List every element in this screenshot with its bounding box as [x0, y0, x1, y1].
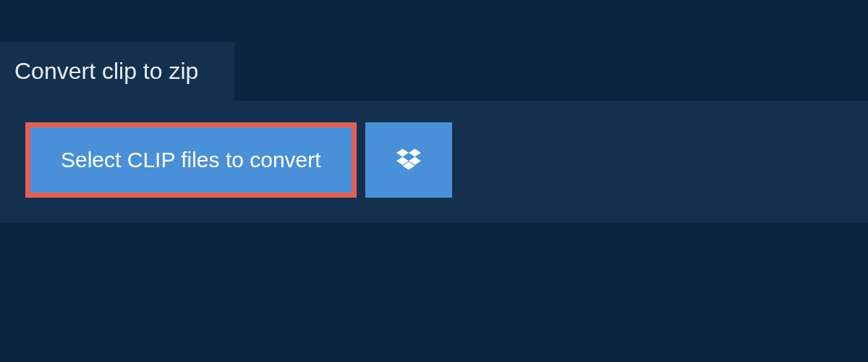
dropbox-button[interactable]	[365, 122, 452, 198]
tab-title: Convert clip to zip	[14, 58, 198, 84]
tab-header: Convert clip to zip	[0, 42, 234, 101]
converter-panel: Select CLIP files to convert	[0, 101, 868, 223]
dropbox-icon	[396, 148, 421, 172]
select-files-button[interactable]: Select CLIP files to convert	[25, 122, 357, 198]
button-row: Select CLIP files to convert	[25, 122, 854, 198]
select-files-label: Select CLIP files to convert	[61, 148, 321, 172]
